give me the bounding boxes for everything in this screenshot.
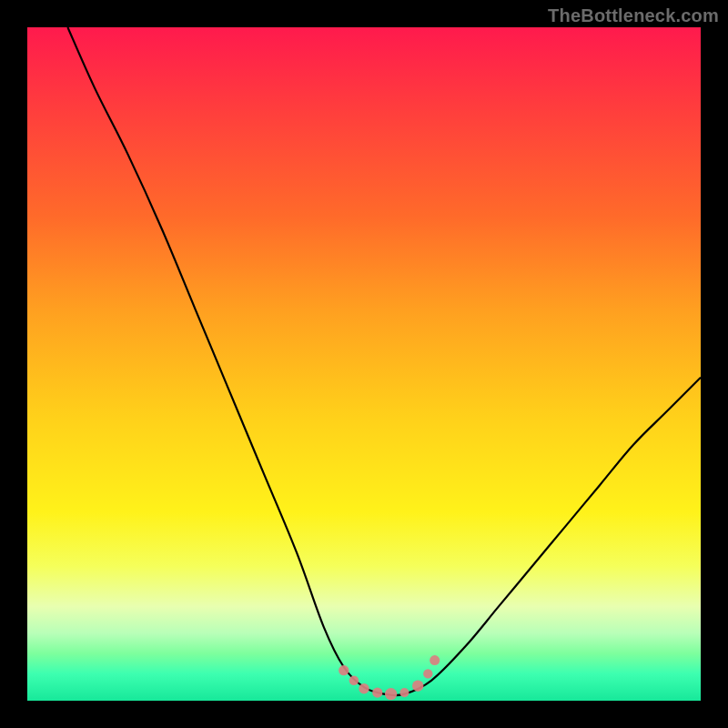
plot-area	[27, 27, 701, 701]
watermark-text: TheBottleneck.com	[548, 5, 719, 26]
marker-dot	[423, 669, 432, 678]
bottleneck-curve	[67, 27, 701, 695]
curve-svg	[27, 27, 701, 701]
marker-dot	[359, 683, 369, 693]
marker-dot	[385, 688, 397, 700]
marker-dot	[372, 688, 382, 698]
chart-frame: TheBottleneck.com	[0, 0, 728, 728]
marker-dot	[339, 665, 349, 675]
marker-dot	[349, 676, 359, 686]
marker-dot	[412, 681, 423, 692]
optimal-zone-markers	[339, 655, 440, 700]
marker-dot	[430, 655, 440, 665]
marker-dot	[399, 688, 409, 697]
